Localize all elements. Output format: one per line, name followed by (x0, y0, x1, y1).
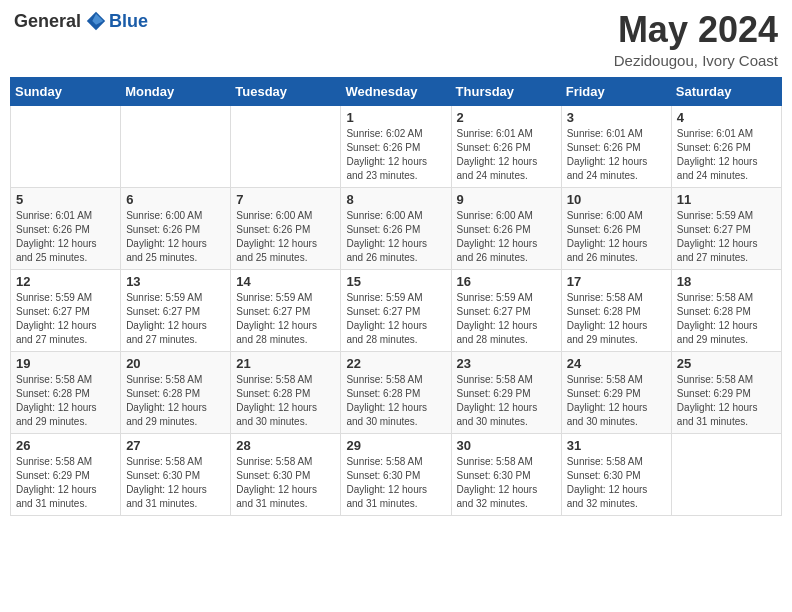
calendar-cell: 4Sunrise: 6:01 AMSunset: 6:26 PMDaylight… (671, 105, 781, 187)
day-info: Sunrise: 5:58 AMSunset: 6:30 PMDaylight:… (457, 455, 556, 511)
calendar-cell: 29Sunrise: 5:58 AMSunset: 6:30 PMDayligh… (341, 433, 451, 515)
day-number: 31 (567, 438, 666, 453)
calendar-cell: 27Sunrise: 5:58 AMSunset: 6:30 PMDayligh… (121, 433, 231, 515)
day-info: Sunrise: 5:59 AMSunset: 6:27 PMDaylight:… (346, 291, 445, 347)
day-number: 27 (126, 438, 225, 453)
day-number: 21 (236, 356, 335, 371)
logo-icon (85, 10, 107, 32)
day-info: Sunrise: 5:58 AMSunset: 6:29 PMDaylight:… (677, 373, 776, 429)
calendar-cell: 24Sunrise: 5:58 AMSunset: 6:29 PMDayligh… (561, 351, 671, 433)
calendar-cell: 12Sunrise: 5:59 AMSunset: 6:27 PMDayligh… (11, 269, 121, 351)
calendar-cell: 28Sunrise: 5:58 AMSunset: 6:30 PMDayligh… (231, 433, 341, 515)
day-info: Sunrise: 6:01 AMSunset: 6:26 PMDaylight:… (677, 127, 776, 183)
day-number: 17 (567, 274, 666, 289)
month-title: May 2024 (614, 10, 778, 50)
day-info: Sunrise: 6:01 AMSunset: 6:26 PMDaylight:… (457, 127, 556, 183)
weekday-header-saturday: Saturday (671, 77, 781, 105)
day-number: 3 (567, 110, 666, 125)
location-title: Dezidougou, Ivory Coast (614, 52, 778, 69)
calendar-cell: 18Sunrise: 5:58 AMSunset: 6:28 PMDayligh… (671, 269, 781, 351)
calendar-cell: 22Sunrise: 5:58 AMSunset: 6:28 PMDayligh… (341, 351, 451, 433)
calendar-cell: 2Sunrise: 6:01 AMSunset: 6:26 PMDaylight… (451, 105, 561, 187)
logo: General Blue (14, 10, 148, 32)
day-info: Sunrise: 6:00 AMSunset: 6:26 PMDaylight:… (236, 209, 335, 265)
day-number: 7 (236, 192, 335, 207)
day-info: Sunrise: 6:00 AMSunset: 6:26 PMDaylight:… (567, 209, 666, 265)
day-info: Sunrise: 6:02 AMSunset: 6:26 PMDaylight:… (346, 127, 445, 183)
day-info: Sunrise: 5:58 AMSunset: 6:28 PMDaylight:… (236, 373, 335, 429)
day-info: Sunrise: 5:59 AMSunset: 6:27 PMDaylight:… (16, 291, 115, 347)
day-info: Sunrise: 5:59 AMSunset: 6:27 PMDaylight:… (236, 291, 335, 347)
day-number: 10 (567, 192, 666, 207)
week-row-1: 1Sunrise: 6:02 AMSunset: 6:26 PMDaylight… (11, 105, 782, 187)
calendar-cell: 26Sunrise: 5:58 AMSunset: 6:29 PMDayligh… (11, 433, 121, 515)
day-info: Sunrise: 5:58 AMSunset: 6:29 PMDaylight:… (457, 373, 556, 429)
day-number: 11 (677, 192, 776, 207)
day-number: 24 (567, 356, 666, 371)
weekday-header-thursday: Thursday (451, 77, 561, 105)
day-info: Sunrise: 5:59 AMSunset: 6:27 PMDaylight:… (457, 291, 556, 347)
day-number: 16 (457, 274, 556, 289)
calendar-cell: 25Sunrise: 5:58 AMSunset: 6:29 PMDayligh… (671, 351, 781, 433)
day-info: Sunrise: 5:58 AMSunset: 6:29 PMDaylight:… (567, 373, 666, 429)
calendar-cell: 8Sunrise: 6:00 AMSunset: 6:26 PMDaylight… (341, 187, 451, 269)
day-info: Sunrise: 5:58 AMSunset: 6:28 PMDaylight:… (16, 373, 115, 429)
calendar-cell: 31Sunrise: 5:58 AMSunset: 6:30 PMDayligh… (561, 433, 671, 515)
day-info: Sunrise: 5:58 AMSunset: 6:28 PMDaylight:… (126, 373, 225, 429)
calendar-cell: 20Sunrise: 5:58 AMSunset: 6:28 PMDayligh… (121, 351, 231, 433)
calendar-cell: 6Sunrise: 6:00 AMSunset: 6:26 PMDaylight… (121, 187, 231, 269)
weekday-header-monday: Monday (121, 77, 231, 105)
day-number: 20 (126, 356, 225, 371)
day-number: 13 (126, 274, 225, 289)
weekday-header-wednesday: Wednesday (341, 77, 451, 105)
calendar-cell: 1Sunrise: 6:02 AMSunset: 6:26 PMDaylight… (341, 105, 451, 187)
calendar-cell (231, 105, 341, 187)
day-number: 4 (677, 110, 776, 125)
calendar-cell (671, 433, 781, 515)
calendar-table: SundayMondayTuesdayWednesdayThursdayFrid… (10, 77, 782, 516)
day-info: Sunrise: 6:01 AMSunset: 6:26 PMDaylight:… (567, 127, 666, 183)
weekday-header-row: SundayMondayTuesdayWednesdayThursdayFrid… (11, 77, 782, 105)
day-number: 14 (236, 274, 335, 289)
day-info: Sunrise: 5:58 AMSunset: 6:30 PMDaylight:… (567, 455, 666, 511)
day-info: Sunrise: 5:58 AMSunset: 6:28 PMDaylight:… (677, 291, 776, 347)
week-row-4: 19Sunrise: 5:58 AMSunset: 6:28 PMDayligh… (11, 351, 782, 433)
day-number: 2 (457, 110, 556, 125)
day-number: 5 (16, 192, 115, 207)
day-number: 26 (16, 438, 115, 453)
day-info: Sunrise: 5:58 AMSunset: 6:30 PMDaylight:… (236, 455, 335, 511)
page-header: General Blue May 2024 Dezidougou, Ivory … (10, 10, 782, 69)
calendar-cell: 16Sunrise: 5:59 AMSunset: 6:27 PMDayligh… (451, 269, 561, 351)
day-number: 15 (346, 274, 445, 289)
week-row-5: 26Sunrise: 5:58 AMSunset: 6:29 PMDayligh… (11, 433, 782, 515)
day-number: 30 (457, 438, 556, 453)
calendar-cell: 3Sunrise: 6:01 AMSunset: 6:26 PMDaylight… (561, 105, 671, 187)
weekday-header-tuesday: Tuesday (231, 77, 341, 105)
weekday-header-sunday: Sunday (11, 77, 121, 105)
day-info: Sunrise: 5:58 AMSunset: 6:30 PMDaylight:… (126, 455, 225, 511)
day-number: 6 (126, 192, 225, 207)
day-number: 9 (457, 192, 556, 207)
day-info: Sunrise: 5:58 AMSunset: 6:29 PMDaylight:… (16, 455, 115, 511)
calendar-cell: 19Sunrise: 5:58 AMSunset: 6:28 PMDayligh… (11, 351, 121, 433)
calendar-cell (11, 105, 121, 187)
week-row-2: 5Sunrise: 6:01 AMSunset: 6:26 PMDaylight… (11, 187, 782, 269)
title-block: May 2024 Dezidougou, Ivory Coast (614, 10, 778, 69)
day-info: Sunrise: 5:58 AMSunset: 6:28 PMDaylight:… (346, 373, 445, 429)
day-info: Sunrise: 5:58 AMSunset: 6:28 PMDaylight:… (567, 291, 666, 347)
calendar-cell: 5Sunrise: 6:01 AMSunset: 6:26 PMDaylight… (11, 187, 121, 269)
day-info: Sunrise: 6:00 AMSunset: 6:26 PMDaylight:… (126, 209, 225, 265)
calendar-cell: 17Sunrise: 5:58 AMSunset: 6:28 PMDayligh… (561, 269, 671, 351)
calendar-cell: 30Sunrise: 5:58 AMSunset: 6:30 PMDayligh… (451, 433, 561, 515)
calendar-cell: 11Sunrise: 5:59 AMSunset: 6:27 PMDayligh… (671, 187, 781, 269)
day-info: Sunrise: 6:01 AMSunset: 6:26 PMDaylight:… (16, 209, 115, 265)
day-number: 1 (346, 110, 445, 125)
day-number: 22 (346, 356, 445, 371)
day-number: 8 (346, 192, 445, 207)
calendar-cell (121, 105, 231, 187)
day-number: 18 (677, 274, 776, 289)
day-info: Sunrise: 6:00 AMSunset: 6:26 PMDaylight:… (346, 209, 445, 265)
day-number: 29 (346, 438, 445, 453)
day-number: 25 (677, 356, 776, 371)
day-number: 19 (16, 356, 115, 371)
